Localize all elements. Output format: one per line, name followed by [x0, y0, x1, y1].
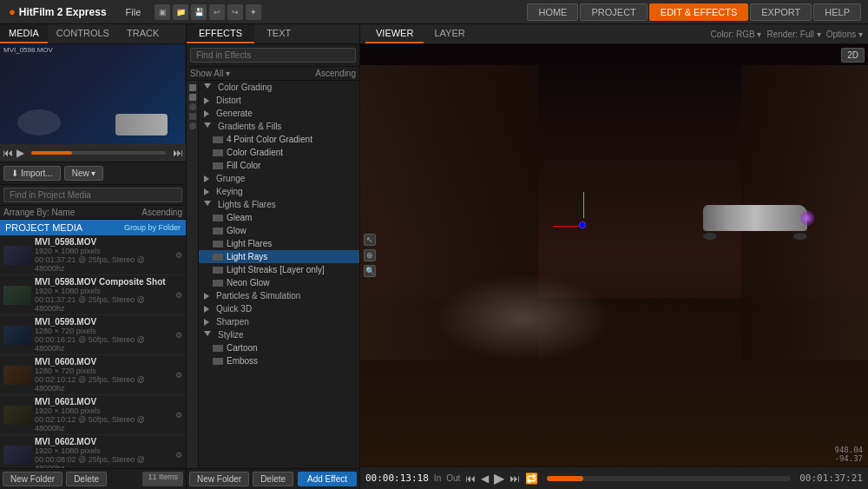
preview-skip-end[interactable]: ⏭	[173, 147, 183, 159]
category-particles[interactable]: Particles & Simulation	[199, 289, 359, 302]
new-folder-button[interactable]: New Folder	[189, 472, 249, 486]
media-item-details: 1920 × 1080 pixels	[35, 247, 172, 255]
media-search-input[interactable]	[3, 188, 182, 202]
tool-transform[interactable]: ⊕	[364, 249, 376, 261]
tool-select[interactable]: ↖	[364, 234, 376, 246]
effect-fill-color[interactable]: Fill Color	[199, 159, 359, 172]
effect-light-flares[interactable]: Light Flares	[199, 237, 359, 250]
effect-4point-gradient[interactable]: 4 Point Color Gradient	[199, 133, 359, 146]
sidebar-icon-2[interactable]	[189, 94, 196, 101]
menu-file[interactable]: File	[119, 4, 148, 20]
nav-home[interactable]: HOME	[527, 3, 578, 21]
effect-gleam[interactable]: Gleam	[199, 211, 359, 224]
view-2d-toggle[interactable]: 2D	[841, 48, 865, 63]
add-effect-button[interactable]: Add Effect	[298, 472, 357, 486]
tab-layer[interactable]: LAYER	[424, 24, 475, 43]
category-gradients[interactable]: Gradients & Fills	[199, 120, 359, 133]
category-distort[interactable]: Distort	[199, 94, 359, 107]
category-stylize[interactable]: Stylize	[199, 328, 359, 341]
toolbar-new[interactable]: ▣	[155, 4, 170, 20]
loop-btn[interactable]: 🔁	[525, 472, 538, 485]
list-item[interactable]: MVI_0599.MOV 1280 × 720 pixels 00:00:16:…	[0, 315, 186, 355]
delete-button[interactable]: Delete	[253, 472, 293, 486]
in-label: In	[434, 473, 441, 483]
effect-emboss[interactable]: Emboss	[199, 354, 359, 367]
effect-light-streaks[interactable]: Light Streaks [Layer only]	[199, 263, 359, 276]
preview-progress[interactable]	[31, 151, 166, 155]
group-by-folder[interactable]: Group by Folder	[124, 223, 181, 232]
effect-cartoon[interactable]: Cartoon	[199, 341, 359, 354]
toolbar-star[interactable]: ✦	[246, 4, 261, 20]
delete-button[interactable]: Delete	[66, 472, 107, 486]
preview-play[interactable]: ▶	[16, 147, 24, 159]
main-area: MEDIA CONTROLS TRACK MVI_0598.MOV ⏮ ▶ ⏭ …	[0, 24, 868, 489]
list-item[interactable]: MVI_0601.MOV 1920 × 1080 pixels 00:02:10…	[0, 395, 186, 435]
color-option[interactable]: Color: RGB ▾	[711, 30, 762, 39]
new-button[interactable]: New ▾	[64, 166, 104, 181]
tool-zoom[interactable]: 🔍	[364, 265, 376, 277]
tracker-point	[579, 221, 586, 228]
list-item[interactable]: MVI_0602.MOV 1920 × 1080 pixels 00:00:08…	[0, 435, 186, 468]
category-color-grading[interactable]: Color Grading	[199, 81, 359, 94]
toolbar-undo[interactable]: ↩	[209, 4, 225, 20]
viewer-options: Color: RGB ▾ Render: Full ▾ Options ▾	[711, 30, 863, 39]
category-sharpen[interactable]: Sharpen	[199, 315, 359, 328]
media-item-name: MVI_0599.MOV	[35, 317, 172, 327]
tab-media[interactable]: MEDIA	[0, 24, 48, 43]
skip-start-btn[interactable]: ⏮	[465, 472, 476, 485]
sidebar-icon-4[interactable]	[189, 113, 196, 120]
play-reverse-btn[interactable]: ◀	[481, 472, 489, 485]
tab-text[interactable]: TEXT	[254, 24, 303, 43]
import-button[interactable]: ⬇ Import...	[3, 166, 61, 181]
sidebar-icon-3[interactable]	[189, 103, 196, 110]
category-grunge[interactable]: Grunge	[199, 172, 359, 185]
import-icon: ⬇	[11, 169, 18, 178]
category-label: Sharpen	[216, 317, 249, 327]
toolbar-redo[interactable]: ↪	[227, 4, 243, 20]
new-folder-button[interactable]: New Folder	[3, 472, 62, 486]
sidebar-icon-1[interactable]	[189, 84, 196, 91]
category-generate[interactable]: Generate	[199, 107, 359, 120]
list-item[interactable]: MVI_0598.MOV Composite Shot 1920 × 1080 …	[0, 275, 186, 315]
arrange-order[interactable]: Ascending	[141, 208, 182, 217]
media-item-info: MVI_0598.MOV 1920 × 1080 pixels 00:01:37…	[35, 237, 172, 273]
skip-end-btn[interactable]: ⏭	[510, 472, 520, 485]
tab-effects[interactable]: EFFECTS	[187, 24, 254, 43]
nav-edit-effects[interactable]: EDIT & EFFECTS	[649, 3, 748, 21]
timeline-scrubber[interactable]	[547, 476, 791, 481]
nav-export[interactable]: EXPORT	[750, 3, 812, 21]
play-btn[interactable]: ▶	[494, 470, 504, 486]
tab-viewer[interactable]: VIEWER	[365, 24, 424, 43]
nav-help[interactable]: HELP	[813, 3, 861, 21]
effect-icon	[213, 149, 223, 156]
effect-color-gradient[interactable]: Color Gradient	[199, 146, 359, 159]
effect-light-rays[interactable]: Light Rays	[199, 250, 359, 263]
category-keying[interactable]: Keying	[199, 185, 359, 198]
category-lights[interactable]: Lights & Flares	[199, 198, 359, 211]
filter-order[interactable]: Ascending	[315, 69, 356, 78]
toolbar-save[interactable]: 💾	[191, 4, 207, 20]
preview-skip-start[interactable]: ⏮	[3, 147, 13, 159]
list-item[interactable]: MVI_0598.MOV 1920 × 1080 pixels 00:01:37…	[0, 235, 186, 275]
media-item-time: 00:02:10:12 @ 50fps, Stereo @ 48000hz	[35, 415, 172, 433]
media-item-time: 00:02:10:12 @ 25fps, Stereo @ 48000hz	[35, 375, 172, 393]
effects-search-input[interactable]	[190, 48, 356, 63]
effect-glow[interactable]: Glow	[199, 224, 359, 237]
filter-label[interactable]: Show All ▾	[190, 69, 230, 78]
list-item[interactable]: MVI_0600.MOV 1280 × 720 pixels 00:02:10:…	[0, 355, 186, 395]
nav-project[interactable]: PROJECT	[580, 3, 647, 21]
media-item-name: MVI_0598.MOV Composite Shot	[35, 277, 172, 287]
toolbar-open[interactable]: 📁	[173, 4, 188, 20]
scene-smoke	[437, 274, 610, 361]
tab-track[interactable]: TRACK	[118, 24, 168, 43]
tab-controls[interactable]: CONTROLS	[48, 24, 118, 43]
effect-neon-glow[interactable]: Neon Glow	[199, 276, 359, 289]
render-option[interactable]: Render: Full ▾	[767, 30, 821, 39]
options-btn[interactable]: Options ▾	[826, 30, 863, 39]
category-quick3d[interactable]: Quick 3D	[199, 302, 359, 315]
effects-panel: EFFECTS TEXT Show All ▾ Ascending Color …	[187, 24, 360, 489]
media-item-details: 1920 × 1080 pixels	[35, 287, 172, 295]
sidebar-icon-5[interactable]	[189, 122, 196, 129]
preview-smoke	[17, 109, 61, 135]
category-label: Particles & Simulation	[216, 291, 300, 301]
